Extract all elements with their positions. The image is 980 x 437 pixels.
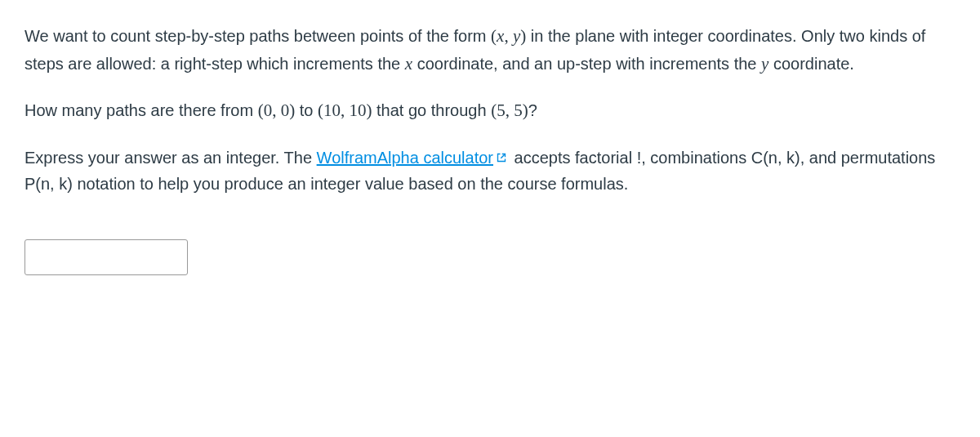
- math-var-y: y: [761, 54, 768, 74]
- text-fragment: Express your answer as an integer. The: [24, 149, 317, 167]
- external-link-icon: [497, 153, 506, 163]
- text-fragment: coordinate, and an up-step with incremen…: [412, 55, 761, 73]
- problem-paragraph-1: We want to count step-by-step paths betw…: [24, 23, 956, 78]
- answer-input[interactable]: [24, 239, 188, 275]
- math-var-x: x: [497, 26, 504, 46]
- math-point: (5, 5): [491, 100, 528, 120]
- text-fragment: We want to count step-by-step paths betw…: [24, 27, 491, 45]
- problem-paragraph-3: Express your answer as an integer. The W…: [24, 145, 956, 197]
- math-expression: (x, y): [491, 26, 526, 46]
- math-point: (0, 0): [258, 100, 296, 120]
- math-sep: ,: [504, 26, 513, 46]
- math-var-y: y: [513, 26, 520, 46]
- paren-open: (: [491, 26, 497, 46]
- text-fragment: coordinate.: [768, 55, 854, 73]
- text-fragment: to: [295, 101, 318, 119]
- link-text: WolframAlpha calculator: [317, 149, 493, 167]
- problem-paragraph-2: How many paths are there from (0, 0) to …: [24, 97, 956, 125]
- text-fragment: ?: [528, 101, 537, 119]
- text-fragment: that go through: [372, 101, 491, 119]
- math-point: (10, 10): [318, 100, 372, 120]
- wolfram-alpha-link[interactable]: WolframAlpha calculator: [317, 149, 510, 167]
- math-var-x: x: [405, 54, 412, 74]
- text-fragment: How many paths are there from: [24, 101, 258, 119]
